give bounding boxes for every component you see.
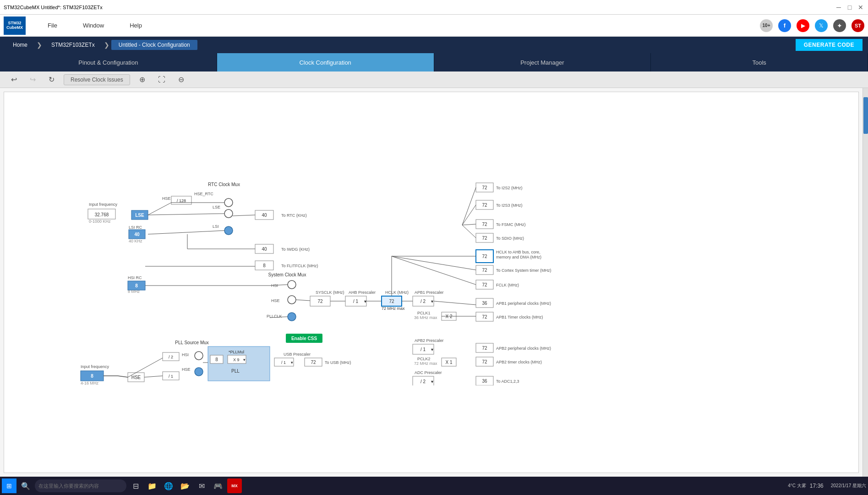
- svg-text:4-16 MHz: 4-16 MHz: [81, 381, 99, 385]
- toolbar: ↩ ↪ ↻ Resolve Clock Issues ⊕ ⛶ ⊖: [0, 72, 868, 88]
- fullscreen-button[interactable]: ⛶: [154, 74, 169, 86]
- scrollbar-thumb[interactable]: [863, 97, 868, 134]
- svg-point-26: [224, 226, 233, 235]
- svg-text:72: 72: [317, 299, 323, 304]
- svg-text:Input frequency: Input frequency: [89, 202, 118, 207]
- network-icon[interactable]: ✦: [833, 19, 846, 32]
- undo-button[interactable]: ↩: [7, 73, 21, 86]
- breadcrumb-current[interactable]: Untitled - Clock Configuration: [111, 40, 197, 50]
- svg-text:/ 1: / 1: [420, 347, 426, 352]
- taskview-icon[interactable]: ⊟: [128, 478, 143, 493]
- help-menu[interactable]: Help: [126, 20, 146, 31]
- svg-text:System Clock Mux: System Clock Mux: [268, 272, 306, 277]
- svg-text:72: 72: [482, 185, 487, 190]
- svg-text:8: 8: [91, 374, 93, 379]
- explorer-icon[interactable]: 📁: [145, 478, 159, 493]
- svg-text:PLLCLK: PLLCLK: [267, 314, 282, 319]
- resolve-clock-button[interactable]: Resolve Clock Issues: [64, 74, 130, 85]
- svg-text:PLL Source Mux: PLL Source Mux: [175, 340, 209, 345]
- refresh-button[interactable]: ↻: [45, 73, 58, 86]
- window-menu[interactable]: Window: [79, 20, 108, 31]
- file-menu[interactable]: File: [44, 20, 61, 31]
- svg-text:72: 72: [482, 314, 487, 319]
- svg-text:8 MHz: 8 MHz: [128, 289, 140, 294]
- svg-text:8: 8: [215, 357, 218, 362]
- svg-text:▾: ▾: [364, 299, 366, 304]
- tab-tools[interactable]: Tools: [651, 53, 868, 72]
- right-scrollbar[interactable]: [863, 88, 868, 477]
- svg-text:/ 1: / 1: [353, 299, 359, 304]
- svg-text:HSE: HSE: [162, 196, 171, 201]
- svg-text:PCLK2: PCLK2: [417, 357, 431, 361]
- social-icons: 10+ f ▶ 𝕏 ✦ ST: [760, 19, 864, 32]
- svg-point-46: [288, 313, 296, 321]
- folder-icon[interactable]: 📂: [178, 478, 192, 493]
- youtube-icon[interactable]: ▶: [797, 19, 809, 32]
- svg-text:72 MHz max: 72 MHz max: [414, 361, 437, 366]
- svg-point-24: [224, 198, 233, 207]
- svg-text:36: 36: [482, 301, 487, 306]
- start-button[interactable]: ⊞: [2, 478, 16, 493]
- svg-text:8: 8: [135, 283, 138, 288]
- stm32-logo: STM32CubeMX: [4, 16, 26, 35]
- tab-clock[interactable]: Clock Configuration: [217, 53, 434, 72]
- clock-diagram[interactable]: Input frequency 32.768 0-1000 KHz LSE LS…: [4, 92, 859, 473]
- taskbar-clock: 17:36: [810, 483, 824, 489]
- svg-text:72: 72: [311, 360, 316, 365]
- svg-text:memory and DMA (MHz): memory and DMA (MHz): [496, 255, 541, 259]
- facebook-icon[interactable]: f: [778, 19, 791, 32]
- edge-icon[interactable]: 🌐: [161, 478, 176, 493]
- maximize-button[interactable]: □: [846, 4, 853, 11]
- taskbar-right: 4°C 大雾 17:36 2022/1/17 星期六: [788, 483, 866, 489]
- svg-text:0-1000 KHz: 0-1000 KHz: [89, 219, 111, 224]
- svg-text:HSI: HSI: [182, 352, 189, 357]
- svg-text:72: 72: [482, 282, 487, 287]
- svg-text:APB1 Timer clocks (MHz): APB1 Timer clocks (MHz): [496, 315, 543, 319]
- svg-text:APB2 Prescaler: APB2 Prescaler: [415, 338, 444, 343]
- svg-text:HSE: HSE: [131, 375, 141, 380]
- svg-text:/ 2: / 2: [420, 299, 426, 304]
- svg-text:To SDIO (MHz): To SDIO (MHz): [496, 236, 524, 241]
- taskbar: ⊞ 🔍 ⊟ 📁 🌐 📂 ✉ 🎮 MX 4°C 大雾 17:36 2022/1/1…: [0, 477, 868, 495]
- close-button[interactable]: ✕: [857, 4, 864, 11]
- breadcrumb-home[interactable]: Home: [5, 40, 35, 50]
- generate-code-button[interactable]: GENERATE CODE: [796, 39, 863, 51]
- redo-button[interactable]: ↪: [26, 73, 39, 86]
- st-logo-icon[interactable]: ST: [852, 19, 864, 32]
- svg-text:PLL: PLL: [231, 368, 240, 374]
- stm32-taskbar-icon[interactable]: MX: [227, 478, 242, 493]
- diagram-container: Input frequency 32.768 0-1000 KHz LSE LS…: [4, 92, 581, 385]
- zoom-in-button[interactable]: ⊕: [136, 73, 149, 86]
- svg-text:APB1 Prescaler: APB1 Prescaler: [415, 290, 444, 295]
- svg-text:/ 1: / 1: [281, 360, 286, 365]
- search-icon[interactable]: 🔍: [18, 478, 33, 493]
- svg-text:ADC Prescaler: ADC Prescaler: [415, 370, 442, 375]
- tab-project[interactable]: Project Manager: [434, 53, 651, 72]
- svg-text:HSE_RTC: HSE_RTC: [194, 192, 213, 196]
- taskbar-search[interactable]: [35, 479, 126, 492]
- svg-text:32.768: 32.768: [95, 212, 109, 217]
- svg-text:36: 36: [482, 379, 487, 384]
- zoom-out-button[interactable]: ⊖: [175, 73, 188, 86]
- svg-text:40: 40: [134, 232, 140, 237]
- svg-text:To Cortex System timer (MHz): To Cortex System timer (MHz): [496, 268, 551, 273]
- svg-text:▾: ▾: [291, 360, 293, 365]
- svg-text:To ADC1,2,3: To ADC1,2,3: [496, 379, 519, 384]
- minimize-button[interactable]: ─: [835, 4, 842, 11]
- steam-icon[interactable]: 🎮: [211, 478, 225, 493]
- twitter-icon[interactable]: 𝕏: [815, 19, 828, 32]
- svg-text:HSE: HSE: [271, 298, 280, 303]
- svg-text:LSI: LSI: [213, 224, 219, 229]
- svg-point-44: [288, 280, 296, 289]
- svg-text:APB1 peripheral clocks (MHz): APB1 peripheral clocks (MHz): [496, 301, 551, 306]
- breadcrumb-chip[interactable]: STM32F103ZETx: [44, 40, 102, 50]
- mail-icon[interactable]: ✉: [194, 478, 209, 493]
- tab-pinout[interactable]: Pinout & Configuration: [0, 53, 217, 72]
- svg-text:LSI RC: LSI RC: [129, 225, 142, 230]
- svg-text:/ 2: / 2: [420, 379, 426, 384]
- st-community-icon[interactable]: 10+: [760, 19, 773, 32]
- svg-text:72: 72: [389, 299, 394, 304]
- svg-text:To USB (MHz): To USB (MHz): [325, 360, 351, 365]
- svg-point-129: [195, 352, 203, 360]
- svg-text:To I2S3 (MHz): To I2S3 (MHz): [496, 203, 523, 208]
